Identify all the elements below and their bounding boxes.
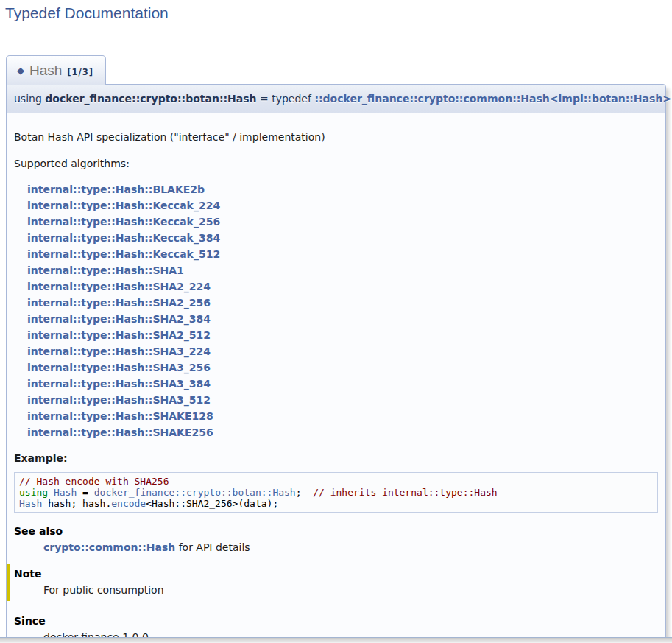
proto-using-keyword: using bbox=[14, 93, 45, 105]
proto-typedef-connector: = typedef bbox=[257, 93, 315, 105]
example-label: Example: bbox=[14, 451, 658, 465]
algorithm-link[interactable]: internal::type::Hash::Keccak_224 bbox=[27, 197, 658, 214]
code-text: = bbox=[77, 487, 93, 498]
member-item: ◆Hash[1/3] using docker_finance::crypto:… bbox=[6, 55, 666, 643]
code-text: hash; hash. bbox=[42, 498, 111, 509]
member-title-tab: ◆Hash[1/3] bbox=[6, 55, 106, 85]
member-prototype: using docker_finance::crypto::botan::Has… bbox=[6, 84, 666, 113]
permalink-anchor-icon[interactable]: ◆ bbox=[17, 65, 24, 76]
code-link-encode[interactable]: encode bbox=[111, 498, 146, 509]
summary-paragraph: Botan Hash API specialization ("interfac… bbox=[14, 130, 658, 144]
code-link-hash-type[interactable]: Hash bbox=[19, 498, 42, 509]
algorithm-link[interactable]: internal::type::Hash::Keccak_384 bbox=[27, 230, 658, 246]
since-label: Since bbox=[14, 613, 658, 629]
algorithm-link[interactable]: internal::type::Hash::SHA3_224 bbox=[27, 343, 658, 359]
code-link-botan-hash[interactable]: docker_finance::crypto::botan::Hash bbox=[94, 487, 296, 498]
algorithm-link[interactable]: internal::type::Hash::Keccak_512 bbox=[27, 246, 658, 262]
algorithm-link[interactable]: internal::type::Hash::SHA2_224 bbox=[27, 278, 658, 295]
see-also-link[interactable]: crypto::common::Hash bbox=[43, 541, 175, 553]
member-name: Hash bbox=[29, 63, 62, 78]
code-text: ; bbox=[296, 487, 313, 498]
algorithm-link[interactable]: internal::type::Hash::SHA3_512 bbox=[27, 392, 658, 408]
proto-typedef-name: docker_finance::crypto::botan::Hash bbox=[45, 93, 256, 105]
note-text: For public consumption bbox=[43, 582, 658, 598]
algorithm-link[interactable]: internal::type::Hash::SHAKE256 bbox=[27, 424, 658, 440]
code-comment: // inherits internal::type::Hash bbox=[313, 487, 497, 498]
code-line: Hash hash; hash.encode<Hash::SHA2_256>(d… bbox=[19, 498, 653, 509]
code-link-hash[interactable]: Hash bbox=[54, 487, 77, 498]
note-label: Note bbox=[14, 566, 658, 582]
algorithm-link[interactable]: internal::type::Hash::SHA3_384 bbox=[27, 376, 658, 392]
member-documentation: Botan Hash API specialization ("interfac… bbox=[6, 113, 666, 643]
algorithm-link[interactable]: internal::type::Hash::SHA2_256 bbox=[27, 295, 658, 311]
code-fragment: // Hash encode with SHA256 using Hash = … bbox=[14, 472, 658, 513]
see-also-label: See also bbox=[14, 523, 658, 539]
member-overload-index: [1/3] bbox=[67, 67, 93, 77]
note-section: Note For public consumption bbox=[7, 564, 658, 601]
supported-algorithms-label: Supported algorithms: bbox=[14, 156, 658, 171]
proto-target-type-link[interactable]: ::docker_finance::crypto::common::Hash<i… bbox=[314, 93, 671, 105]
code-text: <Hash::SHA2_256>(data); bbox=[146, 498, 278, 509]
algorithm-link[interactable]: internal::type::Hash::Keccak_256 bbox=[27, 214, 658, 230]
section-heading: Typedef Documentation bbox=[5, 4, 667, 27]
algorithm-link[interactable]: internal::type::Hash::SHAKE128 bbox=[27, 408, 658, 424]
algorithm-link[interactable]: internal::type::Hash::SHA2_512 bbox=[27, 327, 658, 343]
code-comment: // Hash encode with SHA256 bbox=[19, 476, 169, 487]
algorithm-link[interactable]: internal::type::Hash::BLAKE2b bbox=[27, 181, 658, 197]
next-section-edge bbox=[0, 637, 672, 643]
code-line: using Hash = docker_finance::crypto::bot… bbox=[19, 487, 653, 498]
see-also-section: See also crypto::common::Hash for API de… bbox=[14, 523, 658, 555]
code-keyword: using bbox=[19, 487, 48, 498]
see-also-suffix: for API details bbox=[175, 541, 250, 553]
code-text bbox=[48, 487, 54, 498]
algorithm-link[interactable]: internal::type::Hash::SHA1 bbox=[27, 262, 658, 278]
see-also-content: crypto::common::Hash for API details bbox=[43, 539, 658, 555]
algorithm-link[interactable]: internal::type::Hash::SHA2_384 bbox=[27, 311, 658, 327]
algorithm-link-list: internal::type::Hash::BLAKE2binternal::t… bbox=[27, 181, 658, 440]
code-line: // Hash encode with SHA256 bbox=[19, 476, 653, 487]
member-box: using docker_finance::crypto::botan::Has… bbox=[6, 84, 666, 643]
algorithm-link[interactable]: internal::type::Hash::SHA3_256 bbox=[27, 359, 658, 376]
